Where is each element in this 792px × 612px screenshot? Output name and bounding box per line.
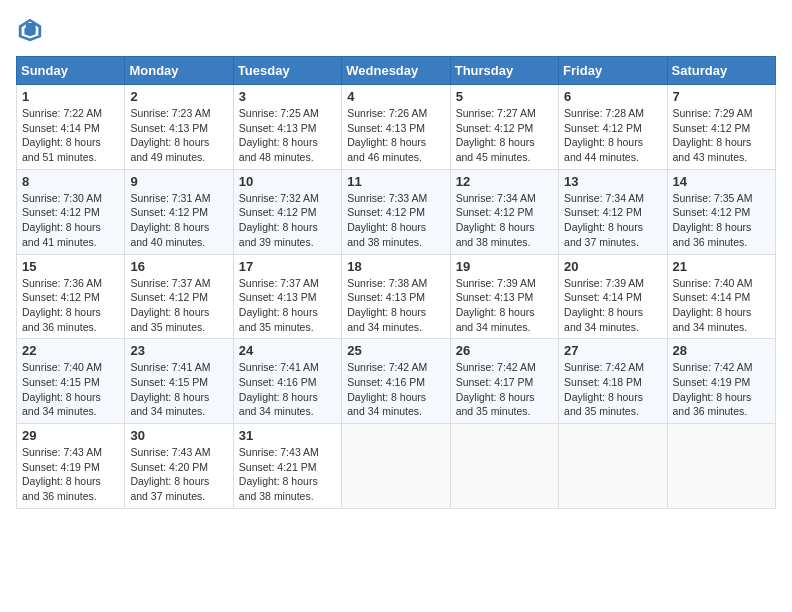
day-number-28: 28	[673, 343, 770, 358]
day-cell-18: 18 Sunrise: 7:38 AM Sunset: 4:13 PM Dayl…	[342, 254, 450, 339]
day-info-26: Sunrise: 7:42 AM Sunset: 4:17 PM Dayligh…	[456, 360, 553, 419]
col-saturday: Saturday	[667, 57, 775, 85]
day-number-4: 4	[347, 89, 444, 104]
day-number-20: 20	[564, 259, 661, 274]
day-info-8: Sunrise: 7:30 AM Sunset: 4:12 PM Dayligh…	[22, 191, 119, 250]
day-cell-14: 14 Sunrise: 7:35 AM Sunset: 4:12 PM Dayl…	[667, 169, 775, 254]
day-cell-29: 29 Sunrise: 7:43 AM Sunset: 4:19 PM Dayl…	[17, 424, 125, 509]
col-monday: Monday	[125, 57, 233, 85]
day-number-23: 23	[130, 343, 227, 358]
day-info-22: Sunrise: 7:40 AM Sunset: 4:15 PM Dayligh…	[22, 360, 119, 419]
day-number-11: 11	[347, 174, 444, 189]
day-number-9: 9	[130, 174, 227, 189]
col-wednesday: Wednesday	[342, 57, 450, 85]
day-number-16: 16	[130, 259, 227, 274]
day-number-15: 15	[22, 259, 119, 274]
day-cell-7: 7 Sunrise: 7:29 AM Sunset: 4:12 PM Dayli…	[667, 85, 775, 170]
calendar-header-row: Sunday Monday Tuesday Wednesday Thursday…	[17, 57, 776, 85]
day-cell-24: 24 Sunrise: 7:41 AM Sunset: 4:16 PM Dayl…	[233, 339, 341, 424]
day-info-30: Sunrise: 7:43 AM Sunset: 4:20 PM Dayligh…	[130, 445, 227, 504]
day-info-31: Sunrise: 7:43 AM Sunset: 4:21 PM Dayligh…	[239, 445, 336, 504]
day-number-22: 22	[22, 343, 119, 358]
day-number-30: 30	[130, 428, 227, 443]
day-info-15: Sunrise: 7:36 AM Sunset: 4:12 PM Dayligh…	[22, 276, 119, 335]
day-number-12: 12	[456, 174, 553, 189]
day-number-13: 13	[564, 174, 661, 189]
calendar-week-1: 1 Sunrise: 7:22 AM Sunset: 4:14 PM Dayli…	[17, 85, 776, 170]
day-cell-1: 1 Sunrise: 7:22 AM Sunset: 4:14 PM Dayli…	[17, 85, 125, 170]
day-info-17: Sunrise: 7:37 AM Sunset: 4:13 PM Dayligh…	[239, 276, 336, 335]
day-info-18: Sunrise: 7:38 AM Sunset: 4:13 PM Dayligh…	[347, 276, 444, 335]
day-number-25: 25	[347, 343, 444, 358]
day-number-21: 21	[673, 259, 770, 274]
day-info-10: Sunrise: 7:32 AM Sunset: 4:12 PM Dayligh…	[239, 191, 336, 250]
calendar-week-2: 8 Sunrise: 7:30 AM Sunset: 4:12 PM Dayli…	[17, 169, 776, 254]
calendar-table: Sunday Monday Tuesday Wednesday Thursday…	[16, 56, 776, 509]
day-cell-22: 22 Sunrise: 7:40 AM Sunset: 4:15 PM Dayl…	[17, 339, 125, 424]
day-info-29: Sunrise: 7:43 AM Sunset: 4:19 PM Dayligh…	[22, 445, 119, 504]
day-info-27: Sunrise: 7:42 AM Sunset: 4:18 PM Dayligh…	[564, 360, 661, 419]
day-cell-2: 2 Sunrise: 7:23 AM Sunset: 4:13 PM Dayli…	[125, 85, 233, 170]
empty-cell	[667, 424, 775, 509]
day-cell-19: 19 Sunrise: 7:39 AM Sunset: 4:13 PM Dayl…	[450, 254, 558, 339]
day-number-3: 3	[239, 89, 336, 104]
day-number-10: 10	[239, 174, 336, 189]
day-number-31: 31	[239, 428, 336, 443]
empty-cell	[559, 424, 667, 509]
day-number-18: 18	[347, 259, 444, 274]
day-cell-30: 30 Sunrise: 7:43 AM Sunset: 4:20 PM Dayl…	[125, 424, 233, 509]
day-cell-27: 27 Sunrise: 7:42 AM Sunset: 4:18 PM Dayl…	[559, 339, 667, 424]
day-info-16: Sunrise: 7:37 AM Sunset: 4:12 PM Dayligh…	[130, 276, 227, 335]
day-info-2: Sunrise: 7:23 AM Sunset: 4:13 PM Dayligh…	[130, 106, 227, 165]
day-cell-3: 3 Sunrise: 7:25 AM Sunset: 4:13 PM Dayli…	[233, 85, 341, 170]
day-cell-8: 8 Sunrise: 7:30 AM Sunset: 4:12 PM Dayli…	[17, 169, 125, 254]
day-cell-13: 13 Sunrise: 7:34 AM Sunset: 4:12 PM Dayl…	[559, 169, 667, 254]
day-info-5: Sunrise: 7:27 AM Sunset: 4:12 PM Dayligh…	[456, 106, 553, 165]
day-number-2: 2	[130, 89, 227, 104]
day-cell-21: 21 Sunrise: 7:40 AM Sunset: 4:14 PM Dayl…	[667, 254, 775, 339]
day-number-1: 1	[22, 89, 119, 104]
day-info-21: Sunrise: 7:40 AM Sunset: 4:14 PM Dayligh…	[673, 276, 770, 335]
day-info-20: Sunrise: 7:39 AM Sunset: 4:14 PM Dayligh…	[564, 276, 661, 335]
day-number-5: 5	[456, 89, 553, 104]
day-cell-31: 31 Sunrise: 7:43 AM Sunset: 4:21 PM Dayl…	[233, 424, 341, 509]
day-cell-15: 15 Sunrise: 7:36 AM Sunset: 4:12 PM Dayl…	[17, 254, 125, 339]
day-info-13: Sunrise: 7:34 AM Sunset: 4:12 PM Dayligh…	[564, 191, 661, 250]
day-number-29: 29	[22, 428, 119, 443]
empty-cell	[450, 424, 558, 509]
day-info-4: Sunrise: 7:26 AM Sunset: 4:13 PM Dayligh…	[347, 106, 444, 165]
day-number-17: 17	[239, 259, 336, 274]
calendar-week-5: 29 Sunrise: 7:43 AM Sunset: 4:19 PM Dayl…	[17, 424, 776, 509]
day-cell-28: 28 Sunrise: 7:42 AM Sunset: 4:19 PM Dayl…	[667, 339, 775, 424]
day-info-25: Sunrise: 7:42 AM Sunset: 4:16 PM Dayligh…	[347, 360, 444, 419]
day-cell-10: 10 Sunrise: 7:32 AM Sunset: 4:12 PM Dayl…	[233, 169, 341, 254]
day-info-19: Sunrise: 7:39 AM Sunset: 4:13 PM Dayligh…	[456, 276, 553, 335]
day-info-11: Sunrise: 7:33 AM Sunset: 4:12 PM Dayligh…	[347, 191, 444, 250]
day-cell-16: 16 Sunrise: 7:37 AM Sunset: 4:12 PM Dayl…	[125, 254, 233, 339]
day-number-19: 19	[456, 259, 553, 274]
logo-icon	[16, 16, 44, 44]
col-thursday: Thursday	[450, 57, 558, 85]
day-cell-5: 5 Sunrise: 7:27 AM Sunset: 4:12 PM Dayli…	[450, 85, 558, 170]
day-cell-11: 11 Sunrise: 7:33 AM Sunset: 4:12 PM Dayl…	[342, 169, 450, 254]
col-friday: Friday	[559, 57, 667, 85]
day-cell-6: 6 Sunrise: 7:28 AM Sunset: 4:12 PM Dayli…	[559, 85, 667, 170]
day-info-6: Sunrise: 7:28 AM Sunset: 4:12 PM Dayligh…	[564, 106, 661, 165]
day-cell-20: 20 Sunrise: 7:39 AM Sunset: 4:14 PM Dayl…	[559, 254, 667, 339]
day-cell-9: 9 Sunrise: 7:31 AM Sunset: 4:12 PM Dayli…	[125, 169, 233, 254]
day-info-1: Sunrise: 7:22 AM Sunset: 4:14 PM Dayligh…	[22, 106, 119, 165]
day-cell-25: 25 Sunrise: 7:42 AM Sunset: 4:16 PM Dayl…	[342, 339, 450, 424]
day-cell-17: 17 Sunrise: 7:37 AM Sunset: 4:13 PM Dayl…	[233, 254, 341, 339]
day-info-3: Sunrise: 7:25 AM Sunset: 4:13 PM Dayligh…	[239, 106, 336, 165]
day-info-14: Sunrise: 7:35 AM Sunset: 4:12 PM Dayligh…	[673, 191, 770, 250]
day-number-7: 7	[673, 89, 770, 104]
calendar-week-3: 15 Sunrise: 7:36 AM Sunset: 4:12 PM Dayl…	[17, 254, 776, 339]
logo	[16, 16, 44, 44]
calendar-week-4: 22 Sunrise: 7:40 AM Sunset: 4:15 PM Dayl…	[17, 339, 776, 424]
day-info-28: Sunrise: 7:42 AM Sunset: 4:19 PM Dayligh…	[673, 360, 770, 419]
col-tuesday: Tuesday	[233, 57, 341, 85]
day-number-24: 24	[239, 343, 336, 358]
day-info-23: Sunrise: 7:41 AM Sunset: 4:15 PM Dayligh…	[130, 360, 227, 419]
day-number-27: 27	[564, 343, 661, 358]
day-number-8: 8	[22, 174, 119, 189]
